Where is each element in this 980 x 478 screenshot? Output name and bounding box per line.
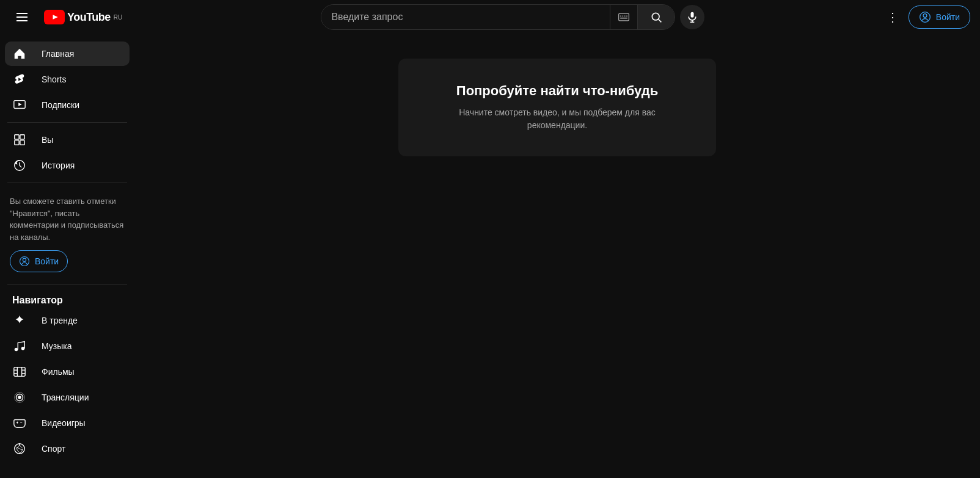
sidebar-music-label: Музыка [42,341,72,351]
header-center [154,4,872,30]
gaming-icon [12,416,27,430]
divider-2 [7,183,127,183]
svg-point-36 [18,396,21,399]
sidebar-item-gaming[interactable]: Видеоигры [5,411,130,435]
divider-3 [7,284,127,285]
svg-rect-29 [14,368,25,377]
search-button[interactable] [637,5,675,29]
search-input[interactable] [321,5,610,29]
header: YouTubeRU [0,0,980,34]
svg-rect-6 [623,16,624,17]
svg-point-16 [923,14,927,18]
svg-rect-23 [20,140,24,145]
svg-marker-19 [18,103,22,106]
sidebar-shorts-label: Shorts [42,74,66,84]
search-bar [321,4,675,30]
svg-point-27 [15,348,18,352]
svg-rect-9 [621,18,628,19]
header-signin-label: Войти [936,12,960,22]
movies-icon [12,364,27,379]
svg-point-10 [653,13,660,20]
sidebar-item-history[interactable]: История [5,153,130,178]
svg-point-26 [23,258,26,261]
sidebar-gaming-label: Видеоигры [42,418,86,428]
live-icon [12,390,27,405]
user-circle-icon [919,11,931,23]
music-icon [12,339,27,353]
svg-rect-8 [627,16,628,17]
sidebar-signin-button[interactable]: Войти [10,250,68,272]
sidebar-movies-label: Фильмы [42,367,75,377]
svg-rect-12 [691,12,694,18]
navigator-section-title: Навигатор [0,290,134,308]
header-right: ⋮ Войти [882,5,970,29]
logo-locale: RU [114,14,122,21]
sidebar-sports-label: Спорт [42,444,65,454]
svg-rect-22 [15,140,19,145]
sidebar-item-music[interactable]: Музыка [5,334,130,358]
logo[interactable]: YouTubeRU [44,10,122,24]
logo-text: YouTube [67,11,111,24]
sidebar-home-label: Главная [42,49,74,59]
more-dots-icon: ⋮ [887,10,899,24]
header-left: YouTubeRU [10,5,144,29]
divider-1 [7,122,127,123]
youtube-logo-icon [44,10,65,24]
svg-rect-5 [621,16,622,17]
sidebar-item-subscriptions[interactable]: Подписки [5,93,130,117]
sidebar-item-shorts[interactable]: Shorts [5,67,130,92]
empty-state-subtitle: Начните смотреть видео, и мы подберем дл… [435,106,679,132]
main-content: Попробуйте найти что-нибудь Начните смот… [134,34,980,478]
svg-point-28 [21,347,25,350]
header-signin-button[interactable]: Войти [909,5,970,29]
sidebar-item-trending[interactable]: В тренде [5,308,130,333]
home-icon [12,46,27,61]
keyboard-button[interactable] [610,5,637,29]
sidebar-live-label: Трансляции [42,393,89,402]
empty-state-title: Попробуйте найти что-нибудь [435,83,679,99]
sidebar: Главная Shorts Подписки [0,34,134,478]
sidebar-item-movies[interactable]: Фильмы [5,360,130,384]
svg-marker-3 [53,15,58,19]
trending-icon [12,313,27,328]
sidebar-item-live[interactable]: Трансляции [5,385,130,410]
svg-rect-2 [16,20,27,21]
user-circle-small-icon [19,256,30,267]
main-layout: Главная Shorts Подписки [0,34,980,478]
sidebar-signin-label: Войти [35,256,59,266]
sidebar-trending-label: В тренде [42,316,78,325]
empty-state: Попробуйте найти что-нибудь Начните смот… [398,59,716,156]
svg-rect-21 [20,135,24,139]
sidebar-item-sports[interactable]: Спорт [5,436,130,461]
history-icon [12,158,27,173]
shorts-icon [12,72,27,87]
signin-promo-text: Вы сможете ставить отметки "Нравится", п… [10,197,123,242]
subscriptions-icon [12,98,27,112]
sports-icon [12,441,27,456]
sidebar-item-you[interactable]: Вы [5,128,130,152]
more-options-button[interactable]: ⋮ [882,5,904,29]
signin-promo-section: Вы сможете ставить отметки "Нравится", п… [0,188,134,280]
svg-rect-20 [15,135,19,139]
svg-line-11 [659,20,662,23]
sidebar-subscriptions-label: Подписки [42,100,79,110]
sidebar-item-home[interactable]: Главная [5,42,130,66]
you-icon [12,132,27,147]
sidebar-you-label: Вы [42,135,53,145]
sidebar-history-label: История [42,161,75,170]
svg-rect-1 [16,16,27,18]
svg-rect-7 [624,16,626,17]
svg-rect-4 [619,13,629,21]
svg-rect-0 [16,13,27,14]
mic-button[interactable] [680,5,704,29]
menu-button[interactable] [10,5,34,29]
